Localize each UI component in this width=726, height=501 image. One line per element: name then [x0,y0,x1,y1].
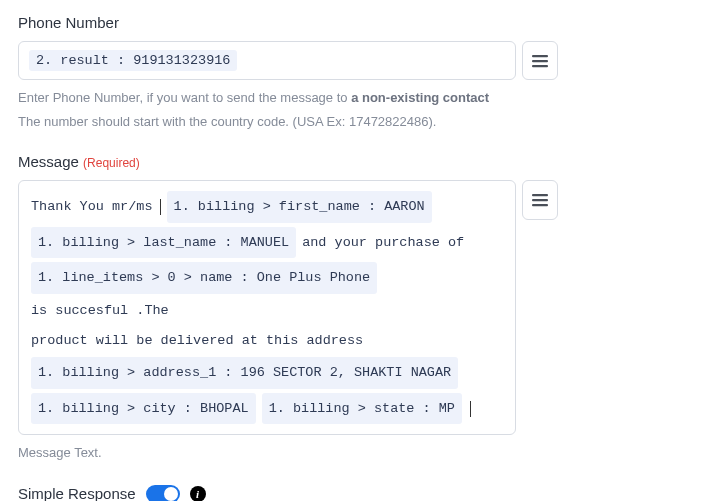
info-icon[interactable]: i [190,486,206,501]
message-help: Message Text. [18,443,708,463]
svg-rect-5 [532,204,548,206]
simple-response-label: Simple Response [18,485,136,501]
svg-rect-3 [532,194,548,196]
svg-rect-2 [532,65,548,67]
message-section: Message (Required) Thank You mr/ms 1. bi… [18,153,708,463]
phone-menu-button[interactable] [522,41,558,80]
phone-help-2: The number should start with the country… [18,112,708,132]
message-menu-button[interactable] [522,180,558,220]
chip-last-name[interactable]: 1. billing > last_name : MANUEL [31,227,296,259]
phone-field-row: 2. result : 919131323916 [18,41,708,80]
phone-input[interactable]: 2. result : 919131323916 [18,41,516,80]
chip-line-item[interactable]: 1. line_items > 0 > name : One Plus Phon… [31,262,377,294]
svg-rect-4 [532,199,548,201]
svg-rect-1 [532,60,548,62]
phone-label: Phone Number [18,14,708,31]
simple-response-row: Simple Response i [18,485,708,501]
message-label: Message (Required) [18,153,708,170]
menu-icon [531,193,549,207]
message-field-row: Thank You mr/ms 1. billing > first_name … [18,180,708,435]
svg-rect-0 [532,55,548,57]
phone-chip[interactable]: 2. result : 919131323916 [29,50,237,71]
text-caret [160,199,161,215]
chip-first-name[interactable]: 1. billing > first_name : AARON [167,191,432,223]
phone-section: Phone Number 2. result : 919131323916 En… [18,14,708,131]
required-tag: (Required) [83,156,140,170]
chip-address[interactable]: 1. billing > address_1 : 196 SECTOR 2, S… [31,357,458,389]
phone-help-1: Enter Phone Number, if you want to send … [18,88,708,108]
simple-response-toggle[interactable] [146,485,180,501]
menu-icon [531,54,549,68]
chip-state[interactable]: 1. billing > state : MP [262,393,462,425]
chip-city[interactable]: 1. billing > city : BHOPAL [31,393,256,425]
text-caret-2 [470,401,471,417]
message-input[interactable]: Thank You mr/ms 1. billing > first_name … [18,180,516,435]
toggle-knob [164,487,178,501]
